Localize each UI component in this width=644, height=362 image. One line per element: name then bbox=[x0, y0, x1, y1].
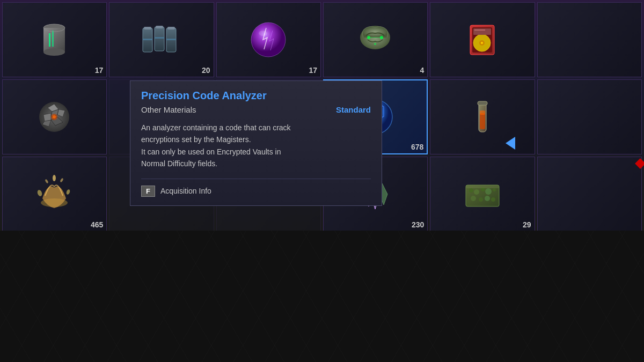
svg-point-2 bbox=[43, 48, 65, 56]
acquisition-info-label: Acquisition Info bbox=[160, 187, 211, 195]
svg-rect-46 bbox=[480, 110, 485, 115]
tooltip-category: Other Materials bbox=[141, 105, 196, 114]
svg-rect-4 bbox=[52, 31, 54, 47]
svg-rect-10 bbox=[156, 26, 163, 28]
item-tooltip: Precision Code Analyzer Other Materials … bbox=[130, 80, 382, 206]
svg-rect-7 bbox=[144, 27, 151, 29]
svg-rect-8 bbox=[143, 39, 152, 40]
grid-cell-5[interactable] bbox=[537, 2, 642, 77]
svg-rect-9 bbox=[155, 27, 164, 51]
svg-point-60 bbox=[474, 189, 479, 195]
svg-rect-3 bbox=[49, 33, 50, 47]
grid-cell-2[interactable]: 17 bbox=[216, 2, 321, 77]
svg-point-49 bbox=[36, 189, 43, 196]
svg-rect-13 bbox=[167, 27, 175, 29]
svg-point-66 bbox=[485, 196, 490, 201]
svg-point-59 bbox=[469, 188, 473, 193]
svg-rect-29 bbox=[474, 29, 485, 31]
tooltip-rarity: Standard bbox=[336, 105, 371, 114]
svg-point-65 bbox=[479, 197, 483, 202]
svg-point-53 bbox=[60, 178, 63, 182]
tooltip-footer: F Acquisition Info bbox=[141, 179, 371, 197]
grid-cell-12[interactable]: 465 bbox=[2, 157, 107, 232]
svg-point-16 bbox=[259, 31, 267, 36]
svg-rect-14 bbox=[166, 39, 176, 40]
svg-point-22 bbox=[374, 43, 376, 45]
grid-cell-16[interactable]: 29 bbox=[430, 157, 535, 232]
svg-point-62 bbox=[485, 188, 492, 195]
svg-point-27 bbox=[481, 42, 483, 44]
cell-12-count: 465 bbox=[91, 220, 103, 229]
svg-point-67 bbox=[491, 197, 495, 202]
svg-point-52 bbox=[45, 179, 48, 183]
action-key[interactable]: F bbox=[141, 186, 155, 197]
cell-15-count: 230 bbox=[412, 220, 424, 229]
svg-rect-45 bbox=[480, 113, 485, 129]
grid-cell-10[interactable] bbox=[430, 79, 535, 154]
svg-point-64 bbox=[471, 196, 476, 201]
grid-cell-4[interactable] bbox=[430, 2, 535, 77]
cell-2-count: 17 bbox=[309, 66, 317, 75]
svg-rect-11 bbox=[155, 37, 164, 39]
svg-rect-47 bbox=[478, 101, 487, 105]
cell-16-count: 29 bbox=[523, 220, 531, 229]
cell-0-count: 17 bbox=[95, 66, 104, 75]
inventory-area: 17 bbox=[0, 0, 644, 231]
cell-3-count: 4 bbox=[420, 66, 425, 75]
grid-cell-17[interactable] bbox=[537, 157, 642, 232]
svg-point-63 bbox=[493, 188, 496, 191]
svg-rect-68 bbox=[466, 185, 499, 188]
tooltip-description: An analyzer containing a code that can c… bbox=[141, 122, 371, 170]
cell-1-count: 20 bbox=[202, 66, 210, 75]
svg-point-50 bbox=[66, 189, 71, 195]
cell-9-count: 678 bbox=[411, 143, 423, 151]
bottom-panel bbox=[0, 231, 644, 362]
svg-point-51 bbox=[53, 175, 56, 181]
svg-rect-28 bbox=[473, 28, 491, 35]
grid-cell-3[interactable]: 4 bbox=[323, 2, 428, 77]
svg-point-38 bbox=[53, 115, 56, 119]
tooltip-title: Precision Code Analyzer bbox=[141, 90, 371, 102]
grid-cell-6[interactable] bbox=[2, 79, 107, 154]
grid-cell-1[interactable]: 20 bbox=[109, 2, 214, 77]
selection-cursor bbox=[506, 137, 515, 150]
grid-cell-0[interactable]: 17 bbox=[2, 2, 107, 77]
grid-cell-11[interactable] bbox=[537, 79, 642, 154]
